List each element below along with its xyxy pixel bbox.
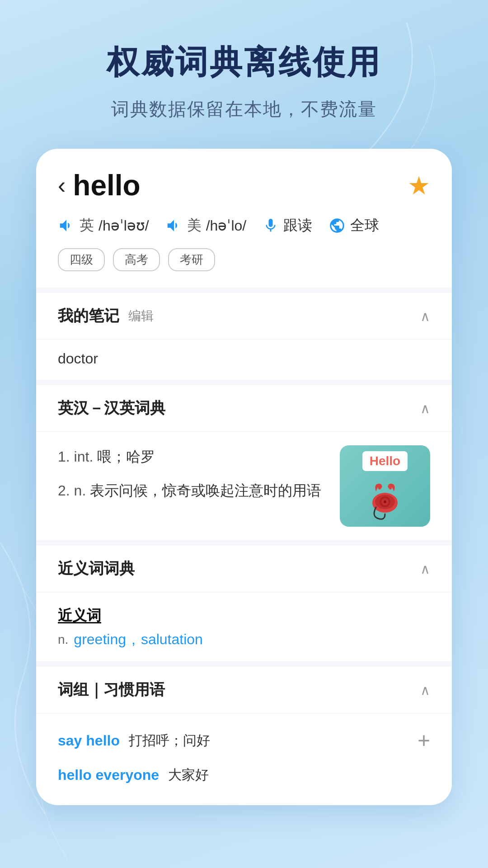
phrase-zh-1: 打招呼；问好 xyxy=(129,731,210,750)
definitions-list: 1. int. 喂；哈罗 2. n. 表示问候，惊奇或唤起注意时的用语 xyxy=(58,445,329,527)
global-label: 全球 xyxy=(350,216,379,236)
back-button[interactable]: ‹ xyxy=(58,174,66,197)
pronunciation-row: 英 /həˈləʊ/ 美 /həˈlo/ 跟读 xyxy=(58,216,430,236)
hello-img-label: Hello xyxy=(362,451,408,471)
tag-gaokao: 高考 xyxy=(113,248,160,271)
word-title-row: ‹ hello ★ xyxy=(58,169,430,202)
follow-read-label: 跟读 xyxy=(283,216,312,236)
def-num-2: 2. n. xyxy=(58,482,90,499)
en-cn-section-header[interactable]: 英汉－汉英词典 ∧ xyxy=(36,385,452,432)
american-label: 美 xyxy=(187,216,202,236)
synonyms-row: n. greeting , salutation xyxy=(58,631,430,648)
hero-title: 权威词典离线使用 xyxy=(107,41,381,84)
globe-icon xyxy=(328,217,346,234)
phrases-section-header[interactable]: 词组｜习惯用语 ∧ xyxy=(36,667,452,713)
notes-title: 我的笔记 xyxy=(58,306,119,326)
british-phonetic: /həˈləʊ/ xyxy=(99,217,149,234)
synonym-pos: n. xyxy=(58,632,68,647)
phrase-zh-2: 大家好 xyxy=(168,766,209,784)
phrase-item-2: hello everyone 大家好 xyxy=(58,759,430,792)
svg-point-4 xyxy=(384,500,386,503)
notes-header-left: 我的笔记 编辑 xyxy=(58,306,154,326)
synonyms-section-header[interactable]: 近义词词典 ∧ xyxy=(36,546,452,592)
en-cn-title: 英汉－汉英词典 xyxy=(58,398,165,419)
speaker-icon-american xyxy=(165,217,183,234)
american-pronunciation[interactable]: 美 /həˈlo/ xyxy=(165,216,246,236)
hello-illustration: Hello xyxy=(340,445,430,527)
synonyms-title: 近义词词典 xyxy=(58,558,135,579)
hello-image-content: Hello xyxy=(362,451,408,521)
synonyms-subtitle: 近义词 xyxy=(58,606,430,626)
notes-section-header[interactable]: 我的笔记 编辑 ∧ xyxy=(36,293,452,340)
synonyms-section: 近义词词典 ∧ 近义词 n. greeting , salutation xyxy=(36,546,452,661)
favorite-star-icon[interactable]: ★ xyxy=(408,171,430,200)
dictionary-card: ‹ hello ★ 英 /həˈləʊ/ xyxy=(36,149,452,805)
tag-cet4: 四级 xyxy=(58,248,105,271)
follow-read-button[interactable]: 跟读 xyxy=(263,216,312,236)
notes-content: doctor xyxy=(36,340,452,380)
word-title-left: ‹ hello xyxy=(58,169,141,202)
notes-text: doctor xyxy=(58,350,98,367)
microphone-icon xyxy=(263,217,279,234)
synonym-separator: , xyxy=(131,631,136,648)
synonyms-collapse-icon[interactable]: ∧ xyxy=(420,561,430,577)
speaker-icon-british xyxy=(58,217,75,234)
notes-collapse-icon[interactable]: ∧ xyxy=(420,308,430,324)
definition-1: 1. int. 喂；哈罗 xyxy=(58,445,329,468)
word-header: ‹ hello ★ 英 /həˈləʊ/ xyxy=(36,149,452,288)
british-pronunciation[interactable]: 英 /həˈləʊ/ xyxy=(58,216,149,236)
notes-section: 我的笔记 编辑 ∧ doctor xyxy=(36,293,452,380)
dict-content: 1. int. 喂；哈罗 2. n. 表示问候，惊奇或唤起注意时的用语 Hell… xyxy=(36,432,452,540)
global-button[interactable]: 全球 xyxy=(328,216,379,236)
phrase-item-1: say hello 打招呼；问好 + xyxy=(58,722,430,759)
phrases-title: 词组｜习惯用语 xyxy=(58,679,165,700)
en-cn-section: 英汉－汉英词典 ∧ 1. int. 喂；哈罗 2. n. 表示问候，惊奇或唤起注… xyxy=(36,385,452,540)
exam-tags: 四级 高考 考研 xyxy=(58,248,430,271)
synonyms-content: 近义词 n. greeting , salutation xyxy=(36,592,452,661)
telephone-svg xyxy=(362,476,408,521)
phrase-en-2[interactable]: hello everyone xyxy=(58,767,159,783)
notes-edit-button[interactable]: 编辑 xyxy=(128,307,154,325)
phrase-en-1[interactable]: say hello xyxy=(58,732,120,749)
phrases-content: say hello 打招呼；问好 + hello everyone 大家好 xyxy=(36,713,452,805)
british-label: 英 xyxy=(80,216,94,236)
definition-2: 2. n. 表示问候，惊奇或唤起注意时的用语 xyxy=(58,479,329,502)
phrase-add-button-1[interactable]: + xyxy=(418,730,430,751)
phrase-left-1: say hello 打招呼；问好 xyxy=(58,731,210,750)
phrase-left-2: hello everyone 大家好 xyxy=(58,766,209,784)
phrases-collapse-icon[interactable]: ∧ xyxy=(420,682,430,698)
en-cn-collapse-icon[interactable]: ∧ xyxy=(420,401,430,416)
phrases-section: 词组｜习惯用语 ∧ say hello 打招呼；问好 + hello every… xyxy=(36,667,452,805)
word-heading: hello xyxy=(73,169,140,202)
hero-subtitle: 词典数据保留在本地，不费流量 xyxy=(111,97,377,122)
american-phonetic: /həˈlo/ xyxy=(206,217,246,234)
def-num-1: 1. int. xyxy=(58,448,97,465)
synonym-greeting[interactable]: greeting xyxy=(74,631,126,648)
synonym-salutation[interactable]: salutation xyxy=(141,631,203,648)
tag-yanke: 考研 xyxy=(168,248,215,271)
